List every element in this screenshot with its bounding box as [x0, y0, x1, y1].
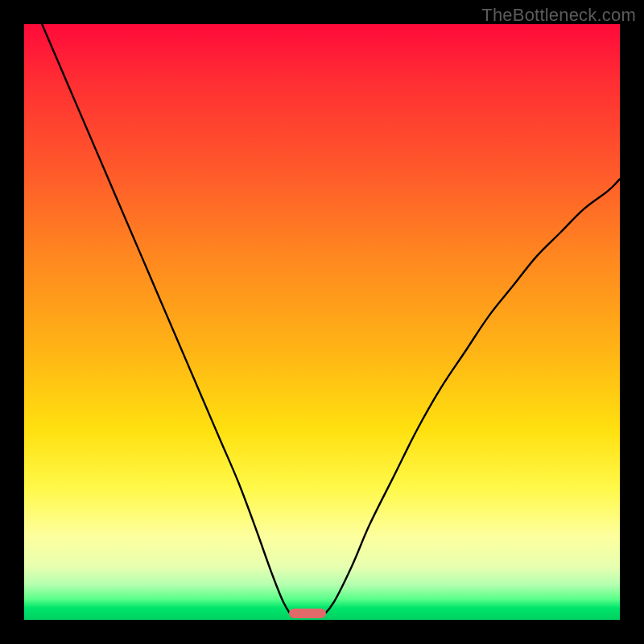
- chart-frame: [24, 24, 620, 620]
- chart-gradient-background: [24, 24, 620, 620]
- bottom-marker: [289, 609, 326, 618]
- watermark-text: TheBottleneck.com: [481, 5, 636, 26]
